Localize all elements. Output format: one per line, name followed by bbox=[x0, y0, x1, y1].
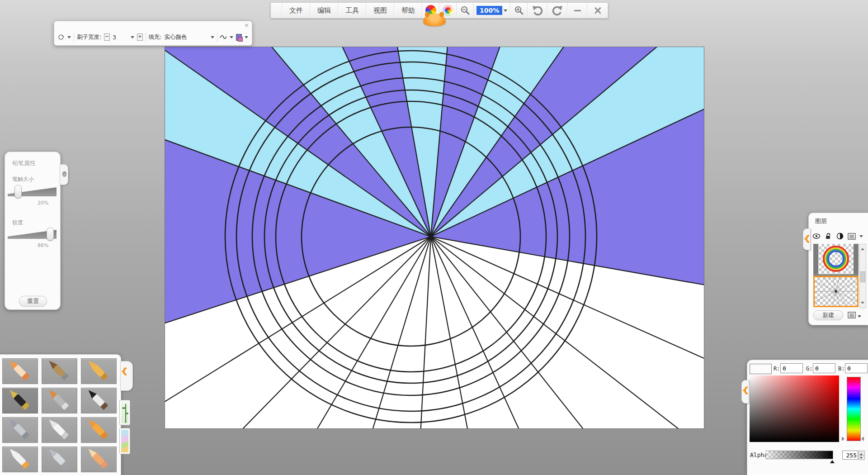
tool-paint-tube[interactable] bbox=[2, 446, 38, 472]
layer-visibility-button[interactable] bbox=[812, 233, 821, 240]
zoom-in-icon bbox=[514, 5, 524, 15]
hue-marker-right-icon[interactable] bbox=[861, 437, 864, 441]
tool-flat-brush[interactable] bbox=[42, 388, 77, 413]
brush-toolbar-close-icon[interactable]: × bbox=[244, 22, 249, 28]
layer-list bbox=[813, 244, 859, 307]
zoom-level-caret-icon[interactable] bbox=[504, 10, 507, 14]
brush-width-caret-icon[interactable] bbox=[131, 36, 134, 40]
redo-icon bbox=[552, 5, 563, 16]
tool-palette-collapse-handle[interactable] bbox=[120, 361, 133, 391]
alpha-spin-down-button[interactable] bbox=[859, 455, 865, 460]
mascot-tuft-icon bbox=[439, 12, 444, 17]
fill-color-caret-icon[interactable] bbox=[245, 36, 248, 40]
fill-mode-caret-icon[interactable] bbox=[211, 36, 214, 40]
menu-file-label: 文件 bbox=[289, 6, 303, 15]
color-panel-collapse-handle[interactable] bbox=[741, 380, 749, 404]
tool-pencil[interactable] bbox=[2, 358, 38, 384]
menubar-grip[interactable] bbox=[271, 3, 282, 18]
green-field[interactable] bbox=[813, 363, 835, 373]
shape-tool-caret-icon[interactable] bbox=[67, 36, 71, 40]
menu-file[interactable]: 文件 bbox=[282, 3, 310, 18]
layer-lock-button[interactable] bbox=[824, 233, 832, 240]
zoom-level-value[interactable]: 100% bbox=[476, 6, 502, 15]
brush-width-label: 刷子宽度: bbox=[77, 33, 101, 41]
close-icon: × bbox=[593, 6, 602, 15]
mascot-icon[interactable] bbox=[423, 14, 446, 26]
fill-color-swatch-icon[interactable] bbox=[236, 34, 242, 41]
alpha-slider[interactable] bbox=[766, 451, 833, 459]
hue-bar[interactable] bbox=[847, 377, 861, 441]
blue-label: B: bbox=[838, 366, 844, 372]
tool-crayon[interactable] bbox=[81, 358, 117, 384]
zoom-in-button[interactable] bbox=[510, 3, 528, 18]
close-button[interactable]: × bbox=[587, 3, 608, 18]
hue-marker-left-icon[interactable] bbox=[842, 437, 844, 441]
layer-list-options-button[interactable] bbox=[848, 311, 856, 318]
layer-item-rays-selected[interactable] bbox=[813, 276, 859, 307]
alpha-field[interactable] bbox=[842, 451, 858, 460]
alpha-marker-icon[interactable] bbox=[830, 458, 835, 463]
tool-airbrush[interactable] bbox=[2, 417, 38, 443]
zoom-out-button[interactable] bbox=[457, 3, 474, 18]
red-field[interactable] bbox=[780, 363, 803, 373]
scroll-down-icon[interactable] bbox=[861, 302, 864, 306]
tool-eraser[interactable] bbox=[81, 446, 117, 472]
shape-tool-icon[interactable] bbox=[58, 33, 65, 42]
layer-item-ring[interactable] bbox=[813, 244, 859, 274]
tool-palette-knife[interactable] bbox=[42, 417, 77, 443]
menu-help-label: 帮助 bbox=[401, 6, 415, 15]
orange-handle-icon bbox=[742, 386, 748, 395]
current-color-swatch[interactable] bbox=[750, 364, 772, 374]
layer-menu-caret-icon[interactable] bbox=[859, 235, 863, 239]
stroke-size-slider-thumb[interactable] bbox=[14, 185, 22, 198]
unlocked-padlock-icon bbox=[825, 233, 831, 240]
eraser-icon bbox=[85, 449, 113, 470]
zoom-level-combo[interactable]: 100% bbox=[474, 3, 510, 18]
stroke-size-value: 20% bbox=[38, 200, 48, 206]
curve-style-icon[interactable] bbox=[220, 34, 226, 40]
category-tab-sticker[interactable] bbox=[119, 428, 130, 454]
tool-wooden-pen[interactable] bbox=[42, 358, 77, 384]
redo-button[interactable] bbox=[547, 3, 567, 18]
curve-style-caret-icon[interactable] bbox=[230, 36, 233, 40]
paint-roller-icon bbox=[85, 419, 113, 441]
layers-panel-collapse-handle[interactable] bbox=[803, 228, 811, 250]
menu-help[interactable]: 帮助 bbox=[394, 3, 422, 18]
layer-blend-button[interactable] bbox=[836, 233, 844, 240]
menu-edit[interactable]: 编辑 bbox=[310, 3, 338, 18]
scrollbar-thumb[interactable] bbox=[860, 271, 865, 282]
layer-list-options-caret-icon[interactable] bbox=[858, 315, 861, 319]
menu-view[interactable]: 视图 bbox=[366, 3, 394, 18]
reset-button[interactable]: 重置 bbox=[19, 296, 47, 307]
minimize-button[interactable] bbox=[567, 3, 587, 18]
tool-metal-pen[interactable] bbox=[42, 446, 77, 472]
layer-thumbnail-rays bbox=[815, 277, 857, 306]
green-label: G: bbox=[806, 366, 812, 372]
contrast-half-circle-icon bbox=[836, 233, 844, 240]
palette-knife-icon bbox=[46, 419, 74, 441]
tool-paint-roller[interactable] bbox=[81, 417, 117, 443]
brush-width-value[interactable]: 3 bbox=[113, 34, 128, 41]
scroll-up-icon[interactable] bbox=[861, 246, 864, 250]
blue-field[interactable] bbox=[845, 363, 868, 373]
tool-ink-brush[interactable] bbox=[81, 388, 117, 413]
airbrush-icon bbox=[6, 419, 34, 441]
softness-slider-thumb[interactable] bbox=[47, 228, 54, 241]
brush-width-increase-button[interactable]: + bbox=[137, 33, 143, 41]
undo-icon bbox=[532, 5, 543, 16]
menu-tools[interactable]: 工具 bbox=[338, 3, 366, 18]
new-layer-button[interactable]: 新建 bbox=[813, 310, 843, 320]
layer-menu-button[interactable] bbox=[848, 233, 856, 240]
pencil-panel-collapse-handle[interactable] bbox=[60, 164, 68, 185]
brush-width-decrease-button[interactable]: − bbox=[104, 33, 110, 41]
layer-list-scrollbar[interactable] bbox=[859, 244, 866, 308]
saturation-value-gradient[interactable] bbox=[750, 375, 839, 442]
list-icon bbox=[848, 233, 856, 240]
drawing-canvas[interactable] bbox=[165, 47, 704, 429]
canvas-artwork bbox=[165, 47, 704, 428]
tool-fountain-pen[interactable] bbox=[2, 388, 38, 413]
undo-button[interactable] bbox=[528, 3, 547, 18]
fill-mode-select[interactable]: 实心颜色 bbox=[165, 33, 208, 41]
ink-brush-icon bbox=[85, 390, 113, 412]
category-tab-plant[interactable] bbox=[119, 400, 130, 425]
